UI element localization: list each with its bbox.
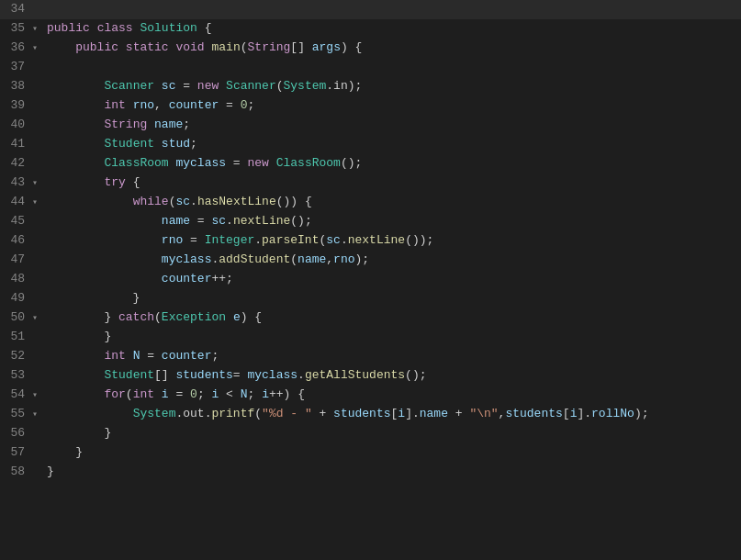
token <box>47 40 75 54</box>
code-line: 34 <box>0 0 741 19</box>
token <box>47 407 133 420</box>
token: } <box>47 310 118 324</box>
token: name <box>298 252 326 266</box>
code-line: 39 int rno, counter = 0; <box>0 96 741 116</box>
token: ( <box>154 310 162 324</box>
token: String <box>104 118 147 131</box>
line-content: } <box>43 328 741 346</box>
token: myclass <box>162 252 212 266</box>
token: = <box>183 233 204 247</box>
line-number: 49 <box>0 289 32 308</box>
token: = <box>140 349 161 363</box>
line-number: 52 <box>0 347 32 365</box>
token: getAllStudents <box>305 368 405 382</box>
line-number: 58 <box>0 463 32 481</box>
fold-arrow <box>32 348 43 366</box>
token: parseInt <box>262 233 319 247</box>
code-line: 37 <box>0 58 741 77</box>
token <box>154 387 162 401</box>
fold-arrow <box>32 290 43 308</box>
fold-arrow[interactable]: ▾ <box>32 386 43 405</box>
token <box>47 98 104 112</box>
token <box>118 40 126 54</box>
code-line: 57 } <box>0 443 741 463</box>
line-content: System.out.printf("%d - " + students[i].… <box>43 405 741 423</box>
token: myclass <box>247 368 298 382</box>
token: int <box>133 387 154 401</box>
token: . <box>298 368 305 382</box>
token: = <box>175 79 196 93</box>
fold-arrow[interactable]: ▾ <box>32 174 43 193</box>
fold-arrow[interactable]: ▾ <box>32 406 43 424</box>
token: students <box>505 407 562 420</box>
line-number: 44 <box>0 193 32 211</box>
token: } <box>47 445 83 459</box>
token: [] <box>154 368 175 382</box>
token: = <box>233 368 248 382</box>
token: int <box>104 98 125 112</box>
line-number: 38 <box>0 77 32 95</box>
token: counter <box>162 272 212 286</box>
code-line: 56 } <box>0 424 741 443</box>
code-line: 44▾ while(sc.hasNextLine()) { <box>0 193 741 212</box>
line-content: Student[] students= myclass.getAllStuden… <box>43 366 741 385</box>
token: name <box>420 407 448 420</box>
code-line: 36▾ public static void main(String[] arg… <box>0 39 741 58</box>
token: [ <box>563 407 570 420</box>
fold-arrow[interactable]: ▾ <box>32 20 43 39</box>
token: e <box>233 310 241 324</box>
token: Scanner <box>226 79 276 93</box>
line-number: 36 <box>0 39 32 57</box>
fold-arrow[interactable]: ▾ <box>32 309 43 328</box>
fold-arrow[interactable]: ▾ <box>32 39 43 58</box>
token: public <box>75 40 118 54</box>
token <box>47 272 162 286</box>
code-line: 58 } <box>0 463 741 482</box>
line-content: Student stud; <box>43 135 741 153</box>
fold-arrow <box>32 425 43 443</box>
token: System <box>133 407 176 420</box>
token: ; <box>211 349 219 363</box>
line-number: 45 <box>0 212 32 230</box>
fold-arrow <box>32 329 43 347</box>
token: while <box>133 195 169 208</box>
fold-arrow[interactable]: ▾ <box>32 194 43 212</box>
token: try <box>104 175 125 189</box>
token: . <box>254 233 262 247</box>
fold-arrow <box>32 444 43 463</box>
token <box>154 137 162 151</box>
line-number: 43 <box>0 174 32 192</box>
token: .out. <box>175 407 211 420</box>
line-content: rno = Integer.parseInt(sc.nextLine()); <box>43 231 741 250</box>
token: int <box>104 349 125 363</box>
token: < <box>219 387 240 401</box>
token <box>269 156 276 170</box>
token: students <box>175 368 232 382</box>
line-content: int rno, counter = 0; <box>43 96 741 115</box>
code-line: 45 name = sc.nextLine(); <box>0 212 741 231</box>
token: rno <box>333 252 354 266</box>
line-number: 48 <box>0 270 32 288</box>
token: ; <box>247 98 254 112</box>
token <box>47 137 104 151</box>
token: ( <box>241 40 248 54</box>
token: , <box>326 252 333 266</box>
fold-arrow <box>32 136 43 154</box>
token: . <box>341 233 348 247</box>
token: sc <box>211 214 226 228</box>
token: nextLine <box>348 233 405 247</box>
token: catch <box>118 310 154 324</box>
fold-arrow <box>32 213 43 231</box>
token: rollNo <box>591 407 634 420</box>
token: ( <box>290 252 298 266</box>
token: ]. <box>405 407 420 420</box>
line-number: 42 <box>0 154 32 173</box>
code-line: 42 ClassRoom myclass = new ClassRoom(); <box>0 154 741 174</box>
code-line: 38 Scanner sc = new Scanner(System.in); <box>0 77 741 96</box>
token: sc <box>326 233 341 247</box>
token <box>47 214 162 228</box>
token: . <box>190 195 197 208</box>
line-number: 39 <box>0 96 32 115</box>
token <box>47 349 104 363</box>
code-line: 53 Student[] students= myclass.getAllStu… <box>0 366 741 386</box>
